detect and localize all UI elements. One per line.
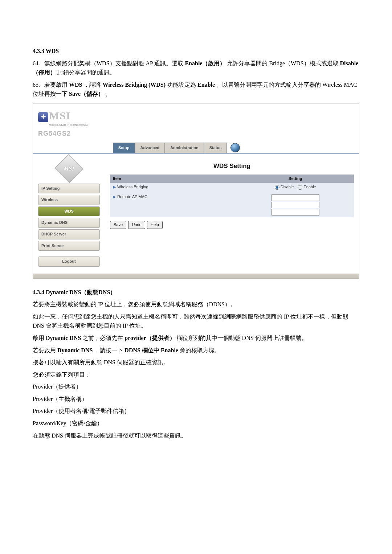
col-setting: Setting [237, 175, 354, 183]
bold-wireless-bridging: Wireless Bridging (WDS) [102, 82, 166, 88]
save-button[interactable]: Save [110, 221, 126, 229]
text: 封鎖分享器間的通訊。 [57, 69, 115, 75]
bold-dynamic-dns: Dynamic DNS [46, 335, 81, 341]
sidebar-item-print[interactable]: Print Server [38, 241, 100, 251]
chip-icon: MSI [54, 154, 83, 183]
bold-ddns-enable: DDNS 欄位中 Enable [124, 347, 178, 353]
product-model: RG54GS2 [33, 127, 359, 143]
bold-enable: Enable（啟用） [185, 60, 225, 66]
tab-status[interactable]: Status [204, 143, 227, 153]
screenshot-footer [33, 274, 359, 279]
router-screenshot: ✦ MSI MICRO-STAR INTERNATIONAL RG54GS2 S… [33, 103, 359, 279]
mac-input-2[interactable] [271, 202, 319, 208]
chip-label: MSI [64, 164, 74, 173]
text: ，請將 [83, 82, 102, 88]
text: 無線網路分配架構（WDS）支援點對點 AP 通訊。選取 [44, 60, 185, 66]
text: 功能設定為 [167, 82, 197, 88]
row-remotemac-text: Remote AP MAC [117, 194, 147, 199]
paragraph-d3: 啟用 Dynamic DNS 之前，必須先在 provider（提供者） 欄位所… [33, 333, 359, 343]
tab-advanced[interactable]: Advanced [135, 143, 165, 153]
paragraph-64: 64. 無線網路分配架構（WDS）支援點對點 AP 通訊。選取 Enable（啟… [33, 59, 359, 77]
triangle-icon: ▶ [113, 194, 116, 199]
sidebar-item-ddns[interactable]: Dynamic DNS [38, 218, 100, 228]
logo-subtext: MICRO-STAR INTERNATIONAL [49, 123, 88, 127]
text: 允許分享器間的 Bridge（WDS）模式或選取 [227, 60, 340, 66]
row-bridging-label: ▶Wireless Bridging [110, 183, 237, 193]
sidebar-item-dhcp[interactable]: DHCP Server [38, 229, 100, 239]
sidebar-item-logout[interactable]: Logout [38, 257, 100, 267]
text: ，請按一下 [94, 347, 124, 353]
paragraph-d11: 在動態 DNS 伺服器上完成帳號註冊後就可以取得這些資訊。 [33, 431, 359, 440]
para-num: 65. [33, 82, 40, 88]
sidebar-item-wds[interactable]: WDS [38, 206, 100, 217]
paragraph-d10: Password/Key（密碼/金鑰） [33, 419, 359, 428]
sidebar-item-wireless[interactable]: Wireless [38, 195, 100, 205]
radio-icon [298, 185, 302, 190]
radio-disable[interactable]: Disable [275, 184, 294, 190]
para-num: 64. [33, 60, 40, 66]
undo-button[interactable]: Undo [128, 221, 145, 229]
paragraph-d8: Provider（主機名稱） [33, 394, 359, 404]
radio-enable[interactable]: Enable [298, 184, 316, 190]
mac-input-1[interactable] [271, 194, 319, 201]
logo-text: MSI [49, 107, 88, 124]
paragraph-d9: Provider（使用者名稱/電子郵件信箱） [33, 406, 359, 416]
table-row: ▶Remote AP MAC [110, 193, 354, 217]
triangle-icon: ▶ [113, 185, 116, 189]
wds-table: Item Setting ▶Wireless Bridging Disable … [110, 175, 354, 217]
text: 旁的核取方塊。 [180, 347, 220, 353]
row-remotemac-label: ▶Remote AP MAC [110, 193, 237, 217]
tab-row: Setup Advanced Administration Status [33, 143, 359, 153]
main-panel: WDS Setting Item Setting ▶Wireless Bridg… [105, 154, 359, 274]
globe-icon [230, 143, 240, 152]
paragraph-d4: 若要啟用 Dynamic DNS ，請按一下 DDNS 欄位中 Enable 旁… [33, 346, 359, 355]
mac-input-3[interactable] [271, 209, 319, 216]
tab-bar: Setup Advanced Administration Status [113, 143, 227, 153]
text: 啟用 [33, 335, 46, 341]
sidebar-item-ip[interactable]: IP Setting [38, 184, 100, 194]
radio-disable-label: Disable [281, 184, 294, 190]
screenshot-body: MSI IP Setting Wireless WDS Dynamic DNS … [33, 154, 359, 274]
tab-administration[interactable]: Administration [165, 143, 204, 153]
row-bridging-setting: Disable Enable [237, 183, 354, 193]
sidebar: MSI IP Setting Wireless WDS Dynamic DNS … [33, 154, 105, 274]
paragraph-d6: 您必須定義下列項目： [33, 370, 359, 379]
text: 欄位所列的其中一個動態 DNS 伺服器上註冊帳號。 [177, 335, 307, 341]
form-buttons: Save Undo Help [110, 221, 354, 229]
paragraph-d2: 如此一來，任何想到達您主機的人只需知道主機名稱即可，雖然每次連線到網際網路服務供… [33, 312, 359, 331]
help-button[interactable]: Help [147, 221, 163, 229]
paragraph-d5: 接著可以輸入有關所用動態 DNS 伺服器的正確資訊。 [33, 358, 359, 367]
text: 。 [105, 91, 111, 97]
bold-wds: WDS [69, 82, 82, 88]
bold-save: Save（儲存） [69, 91, 104, 97]
tab-setup[interactable]: Setup [113, 143, 135, 153]
bold-dynamic-dns: Dynamic DNS [57, 347, 93, 353]
text: 若要啟用 [33, 347, 57, 353]
radio-icon [275, 185, 279, 190]
section-heading-ddns: 4.3.4 Dynamic DNS（動態DNS） [33, 288, 359, 297]
text: 若要啟用 [44, 82, 69, 88]
paragraph-d1: 若要將主機裝載於變動的 IP 位址上，您必須使用動態網域名稱服務（DDNS）。 [33, 300, 359, 309]
paragraph-d7: Provider（提供者） [33, 382, 359, 391]
bold-enable: Enable [197, 82, 215, 88]
logo-star-icon: ✦ [38, 112, 48, 122]
row-bridging-text: Wireless Bridging [117, 185, 148, 189]
table-header-row: Item Setting [110, 175, 354, 183]
radio-enable-label: Enable [303, 184, 316, 190]
logo-row: ✦ MSI MICRO-STAR INTERNATIONAL [33, 103, 359, 127]
bold-provider: provider（提供者） [124, 335, 175, 341]
panel-title: WDS Setting [110, 161, 354, 171]
text: 之前，必須先在 [82, 335, 124, 341]
row-remotemac-setting [237, 193, 354, 217]
table-row: ▶Wireless Bridging Disable Enable [110, 183, 354, 193]
section-heading-wds: 4.3.3 WDS [33, 46, 359, 56]
paragraph-65: 65. 若要啟用 WDS ，請將 Wireless Bridging (WDS)… [33, 80, 359, 99]
col-item: Item [110, 175, 237, 183]
